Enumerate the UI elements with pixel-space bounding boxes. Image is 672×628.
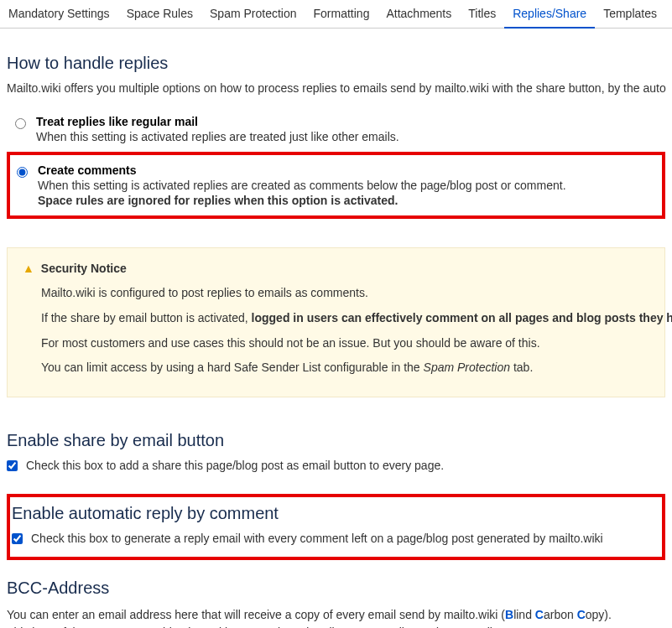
radio-row-regular-mail: Treat replies like regular mail When thi… <box>7 110 665 148</box>
tab-replies-share[interactable]: Replies/Share <box>504 0 595 29</box>
option1-desc: When this setting is activated replies a… <box>36 130 399 143</box>
heading-handle-replies: How to handle replies <box>7 54 665 73</box>
section-bcc: BCC-Address You can enter an email addre… <box>7 579 665 628</box>
radio-treat-regular[interactable] <box>15 118 26 129</box>
tab-titles[interactable]: Titles <box>460 0 504 28</box>
checkbox-auto-reply-label: Check this box to generate a reply email… <box>31 532 603 545</box>
notice-title: Security Notice <box>41 262 127 275</box>
heading-bcc: BCC-Address <box>7 579 665 598</box>
option2-bold: Space rules are ignored for replies when… <box>38 194 566 207</box>
checkbox-share-label: Check this box to add a share this page/… <box>26 459 444 472</box>
option2-title: Create comments <box>38 163 566 177</box>
tab-bar: Mandatory Settings Space Rules Spam Prot… <box>0 0 672 29</box>
tab-spam-protection[interactable]: Spam Protection <box>201 0 305 28</box>
tab-formatting[interactable]: Formatting <box>305 0 378 28</box>
highlight-box-1: 1. Create comments When this setting is … <box>7 152 665 219</box>
checkbox-share-button[interactable] <box>7 460 18 471</box>
highlight-box-2: 2. Enable automatic reply by comment Che… <box>7 494 665 560</box>
warning-icon: ▲ <box>23 262 34 275</box>
notice-line4: You can limit access by using a hard Saf… <box>41 358 649 378</box>
tab-attachments[interactable]: Attachments <box>378 0 460 28</box>
section-share-button: Enable share by email button Check this … <box>7 431 665 472</box>
security-notice: ▲ Security Notice Mailto.wiki is configu… <box>7 247 665 397</box>
checkbox-auto-reply[interactable] <box>12 533 23 544</box>
radio-create-comments[interactable] <box>17 167 28 178</box>
tab-mandatory-settings[interactable]: Mandatory Settings <box>0 0 118 28</box>
option2-desc: When this setting is activated replies a… <box>38 179 566 192</box>
intro-text: Mailto.wiki offers you multiple options … <box>7 81 665 95</box>
tab-templates[interactable]: Templates <box>595 0 665 28</box>
notice-line1: Mailto.wiki is configured to post replie… <box>41 283 649 304</box>
bcc-description: You can enter an email address here that… <box>7 606 665 628</box>
option1-title: Treat replies like regular mail <box>36 115 399 128</box>
notice-line2: If the share by email button is activate… <box>41 309 649 329</box>
heading-auto-reply: Enable automatic reply by comment <box>12 504 655 523</box>
tab-save[interactable]: Save/L <box>665 0 672 28</box>
notice-line3: For most customers and use cases this sh… <box>41 334 649 354</box>
tab-space-rules[interactable]: Space Rules <box>118 0 201 28</box>
heading-share-button: Enable share by email button <box>7 431 665 450</box>
